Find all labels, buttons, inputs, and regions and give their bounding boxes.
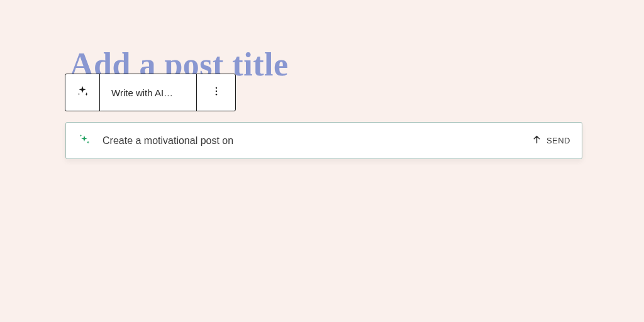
ai-prompt-input[interactable] xyxy=(103,135,531,147)
send-label: SEND xyxy=(547,136,570,145)
svg-point-2 xyxy=(215,94,216,95)
more-options-button[interactable] xyxy=(197,74,235,111)
ai-input-bar: SEND xyxy=(65,122,582,159)
more-vertical-icon xyxy=(211,86,222,99)
sparkle-green-icon xyxy=(77,133,91,149)
ai-sparkle-button[interactable] xyxy=(65,74,100,111)
write-with-ai-button[interactable]: Write with AI… xyxy=(100,74,197,111)
svg-point-1 xyxy=(215,91,216,92)
sparkle-icon xyxy=(75,84,89,101)
svg-point-0 xyxy=(215,87,216,89)
write-with-ai-label: Write with AI… xyxy=(111,87,173,98)
ai-toolbar: Write with AI… xyxy=(65,74,236,111)
send-button[interactable]: SEND xyxy=(531,134,570,147)
arrow-up-icon xyxy=(531,134,542,147)
